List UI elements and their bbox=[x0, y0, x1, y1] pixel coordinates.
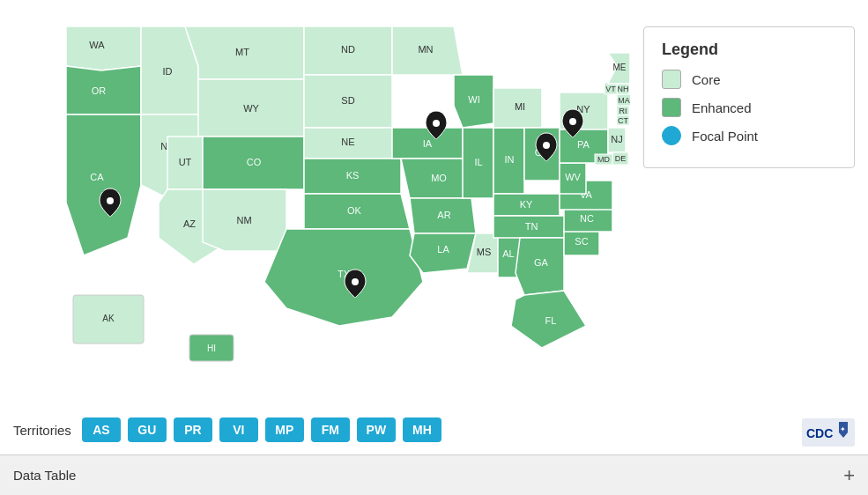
territory-btn-gu[interactable]: GU bbox=[128, 417, 167, 442]
state-label-sc: SC bbox=[575, 236, 588, 247]
state-label-ky: KY bbox=[520, 199, 533, 210]
state-label-id: ID bbox=[163, 66, 173, 77]
legend-item-core: Core bbox=[662, 70, 836, 89]
state-label-il: IL bbox=[474, 157, 482, 167]
state-label-mo: MO bbox=[431, 173, 447, 183]
state-label-me: ME bbox=[613, 63, 627, 72]
state-label-mi: MI bbox=[515, 101, 525, 112]
state-label-nj: NJ bbox=[611, 134, 622, 144]
state-label-md: MD bbox=[597, 155, 610, 164]
state-label-fl: FL bbox=[545, 315, 557, 326]
state-label-ms: MS bbox=[477, 247, 492, 257]
state-label-wv: WV bbox=[565, 172, 581, 182]
territory-btn-fm[interactable]: FM bbox=[311, 417, 350, 442]
state-label-de: DE bbox=[615, 154, 627, 163]
state-label-ok: OK bbox=[347, 205, 362, 216]
state-label-mt: MT bbox=[235, 47, 249, 57]
svg-point-50 bbox=[107, 197, 114, 204]
territory-btn-as[interactable]: AS bbox=[82, 417, 121, 442]
territory-btn-mp[interactable]: MP bbox=[265, 417, 304, 442]
territory-btn-pr[interactable]: PR bbox=[174, 417, 212, 442]
state-label-ia: IA bbox=[423, 138, 433, 149]
map-area: WA OR ID CA NV MT WY UT CO bbox=[13, 9, 630, 370]
legend-item-enhanced: Enhanced bbox=[662, 98, 836, 117]
territories-row: Territories AS GU PR VI MP FM PW MH bbox=[13, 417, 441, 442]
legend-box: Legend Core Enhanced Focal Point bbox=[643, 26, 855, 168]
territory-btn-mh[interactable]: MH bbox=[403, 417, 441, 442]
state-label-mn: MN bbox=[418, 44, 433, 55]
legend-label-core: Core bbox=[692, 72, 721, 87]
state-label-ut: UT bbox=[179, 157, 192, 167]
state-label-wy: WY bbox=[243, 103, 259, 114]
svg-point-53 bbox=[543, 142, 550, 149]
legend-swatch-core bbox=[662, 70, 681, 89]
state-label-ks: KS bbox=[346, 170, 360, 181]
data-table-label: Data Table bbox=[13, 468, 76, 483]
state-label-wa: WA bbox=[89, 40, 105, 50]
us-map: WA OR ID CA NV MT WY UT CO bbox=[13, 9, 630, 370]
state-label-pa: PA bbox=[577, 139, 590, 150]
main-container: WA OR ID CA NV MT WY UT CO bbox=[0, 0, 868, 495]
state-label-sd: SD bbox=[341, 95, 354, 106]
svg-marker-3 bbox=[66, 115, 141, 255]
state-label-ga: GA bbox=[534, 257, 549, 268]
state-label-nh: NH bbox=[618, 85, 629, 93]
svg-point-52 bbox=[352, 278, 359, 285]
state-label-nd: ND bbox=[341, 44, 355, 55]
state-label-ar: AR bbox=[437, 210, 450, 220]
cdc-logo-svg: CDC ✦ bbox=[802, 418, 855, 447]
data-table-bar: Data Table + bbox=[0, 454, 868, 495]
state-label-ri: RI bbox=[619, 107, 627, 115]
state-label-wi: WI bbox=[468, 94, 479, 105]
legend-item-focal: Focal Point bbox=[662, 126, 836, 145]
state-label-ma: MA bbox=[618, 96, 630, 105]
svg-text:✦: ✦ bbox=[840, 425, 846, 433]
territory-btn-vi[interactable]: VI bbox=[219, 417, 258, 442]
state-label-ca: CA bbox=[90, 172, 104, 182]
svg-point-51 bbox=[433, 120, 440, 127]
state-label-az: AZ bbox=[183, 218, 196, 229]
state-label-ne: NE bbox=[341, 137, 354, 147]
state-label-al: AL bbox=[502, 248, 514, 259]
data-table-toggle[interactable]: + bbox=[843, 466, 855, 485]
state-label-vt: VT bbox=[605, 85, 616, 93]
svg-text:CDC: CDC bbox=[806, 426, 833, 440]
state-label-la: LA bbox=[437, 244, 449, 255]
state-label-nm: NM bbox=[236, 215, 251, 225]
territory-btn-pw[interactable]: PW bbox=[357, 417, 396, 442]
legend-label-enhanced: Enhanced bbox=[692, 100, 752, 115]
legend-title: Legend bbox=[662, 41, 836, 59]
state-label-or: OR bbox=[92, 85, 107, 96]
state-label-ct: CT bbox=[618, 116, 628, 125]
territories-label: Territories bbox=[13, 423, 71, 438]
state-label-co: CO bbox=[247, 157, 262, 167]
state-label-in: IN bbox=[505, 154, 515, 165]
legend-swatch-enhanced bbox=[662, 98, 681, 117]
legend-label-focal: Focal Point bbox=[692, 129, 758, 144]
svg-point-54 bbox=[569, 118, 576, 125]
state-label-nc: NC bbox=[580, 213, 594, 224]
legend-swatch-focal bbox=[662, 126, 681, 145]
state-label-hi: HI bbox=[207, 344, 216, 353]
cdc-logo-area: CDC ✦ bbox=[802, 418, 855, 447]
state-label-tn: TN bbox=[525, 221, 538, 232]
state-label-ak: AK bbox=[102, 314, 115, 323]
